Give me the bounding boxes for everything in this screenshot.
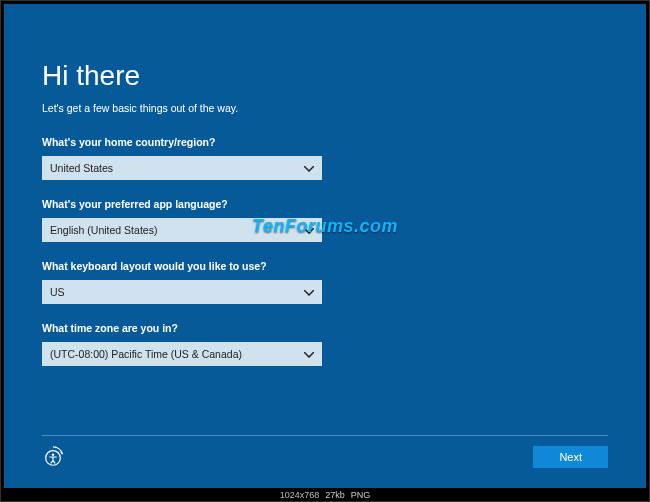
chevron-down-icon: [304, 287, 314, 298]
chevron-down-icon: [304, 349, 314, 360]
page-title: Hi there: [42, 60, 608, 92]
next-button[interactable]: Next: [533, 446, 608, 468]
timezone-label: What time zone are you in?: [42, 322, 608, 334]
oobe-setup-screen: Hi there Let's get a few basic things ou…: [4, 4, 646, 488]
language-select[interactable]: English (United States): [42, 218, 322, 242]
country-value: United States: [50, 162, 113, 174]
status-size: 27kb: [325, 490, 345, 500]
country-label: What's your home country/region?: [42, 136, 608, 148]
chevron-down-icon: [304, 163, 314, 174]
timezone-select[interactable]: (UTC-08:00) Pacific Time (US & Canada): [42, 342, 322, 366]
country-select[interactable]: United States: [42, 156, 322, 180]
keyboard-value: US: [50, 286, 65, 298]
ease-of-access-icon[interactable]: [42, 446, 64, 468]
status-type: PNG: [351, 490, 371, 500]
page-subtitle: Let's get a few basic things out of the …: [42, 102, 608, 114]
language-value: English (United States): [50, 224, 157, 236]
image-status-bar: 1024x768 27kb PNG: [1, 488, 649, 501]
chevron-down-icon: [304, 225, 314, 236]
keyboard-label: What keyboard layout would you like to u…: [42, 260, 608, 272]
language-label: What's your preferred app language?: [42, 198, 608, 210]
status-dimensions: 1024x768: [280, 490, 320, 500]
keyboard-select[interactable]: US: [42, 280, 322, 304]
timezone-value: (UTC-08:00) Pacific Time (US & Canada): [50, 348, 242, 360]
svg-point-1: [52, 454, 54, 456]
